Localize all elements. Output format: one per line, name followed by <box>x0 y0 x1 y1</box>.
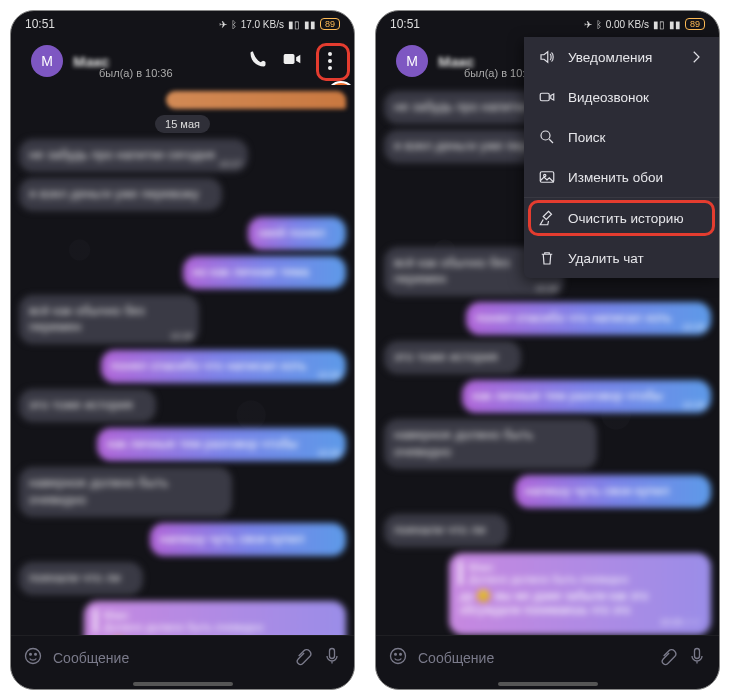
svg-point-9 <box>391 648 406 663</box>
menu-item-label: Очистить историю <box>568 211 684 226</box>
svg-rect-12 <box>695 648 700 658</box>
bluetooth-icon: ᛒ <box>596 19 602 30</box>
svg-point-2 <box>30 653 32 655</box>
message-bubble-out[interactable]: окей понял <box>248 217 346 250</box>
menu-item-label: Удалить чат <box>568 251 644 266</box>
svg-point-1 <box>26 648 41 663</box>
chat-header: M Макс был(а) в 10:36 1 <box>11 37 354 85</box>
message-bubble-out[interactable]: но как личная тема <box>183 256 347 289</box>
menu-item-wallpaper[interactable]: Изменить обои <box>524 157 719 197</box>
message-bubble-out[interactable]: понял спасибо что написал хоть10:28 <box>466 302 711 335</box>
last-seen: был(а) в 10:36 <box>99 67 173 79</box>
menu-item-label: Уведомления <box>568 50 652 65</box>
message-bubble-in[interactable]: наверное должно быть очевидно <box>384 419 597 469</box>
chat-area[interactable]: 15 мая не забудь про напитки сегодня10:2… <box>11 85 354 635</box>
message-bubble-out[interactable]: понял спасибо что написал хоть10:28 <box>101 350 346 383</box>
menu-item-videocall[interactable]: Видеозвонок <box>524 77 719 117</box>
message-bubble-in[interactable]: поехали что ли <box>384 514 508 547</box>
net-speed: 0.00 KB/s <box>606 19 649 30</box>
battery-indicator: 89 <box>320 18 340 30</box>
net-speed: 17.0 KB/s <box>241 19 284 30</box>
date-separator: 15 мая <box>155 115 210 133</box>
message-bubble-in[interactable]: поехали что ли <box>19 562 143 595</box>
message-bubble-out[interactable]: напишу чуть свои купил <box>515 475 711 508</box>
phone-screenshot-right: 10:51 ✈ ᛒ 0.00 KB/s ▮▯ ▮▮ 89 M Макс был(… <box>375 10 720 690</box>
quoted-reply-bubble[interactable]: МаксДолжно должно быть очевидно да 😊 мы … <box>449 553 711 635</box>
message-bubble-in[interactable]: всё как обычно без перемен10:28 <box>19 295 199 345</box>
menu-item-label: Поиск <box>568 130 605 145</box>
status-time: 10:51 <box>25 17 55 31</box>
svg-rect-5 <box>540 93 549 101</box>
context-menu: Уведомления Видеозвонок Поиск Изменить о… <box>524 37 719 278</box>
message-input[interactable]: Сообщение <box>53 650 282 666</box>
svg-point-3 <box>35 653 37 655</box>
more-vert-icon <box>328 52 332 70</box>
airplane-icon: ✈ <box>219 19 227 30</box>
message-bubble-in[interactable]: не забудь про напитки сегодня10:27 <box>19 139 248 172</box>
battery-indicator: 89 <box>685 18 705 30</box>
more-options-button[interactable] <box>316 45 344 77</box>
status-time: 10:51 <box>390 17 420 31</box>
image-icon <box>538 168 556 186</box>
message-bubble-in[interactable]: наверное должно быть очевидно <box>19 467 232 517</box>
attach-button[interactable] <box>292 646 312 670</box>
message-bubble-in[interactable]: это тоже история <box>19 389 156 422</box>
avatar[interactable]: M <box>31 45 63 77</box>
message-bubble-out[interactable]: напишу чуть свои купил <box>150 523 346 556</box>
attach-button[interactable] <box>657 646 677 670</box>
message-composer: Сообщение <box>376 635 719 679</box>
trash-icon <box>538 249 556 267</box>
phone-screenshot-left: 10:51 ✈ ᛒ 17.0 KB/s ▮▯ ▮▮ 89 M Макс был(… <box>10 10 355 690</box>
avatar[interactable]: M <box>396 45 428 77</box>
status-right: ✈ ᛒ 0.00 KB/s ▮▯ ▮▮ 89 <box>584 18 705 30</box>
signal-icon-2: ▮▮ <box>669 19 681 30</box>
menu-item-notifications[interactable]: Уведомления <box>524 37 719 77</box>
video-icon <box>538 88 556 106</box>
signal-icon-2: ▮▮ <box>304 19 316 30</box>
message-bubble-in[interactable]: это тоже история <box>384 341 521 374</box>
call-button[interactable] <box>248 49 268 73</box>
message-bubble-out[interactable]: как личные тем разговор чтобы10:28 <box>462 380 711 413</box>
signal-icon: ▮▯ <box>288 19 300 30</box>
chevron-right-icon <box>687 48 705 66</box>
quoted-reply-bubble[interactable]: МаксДолжно должно быть очевидно да 😊 мы … <box>84 601 346 635</box>
emoji-button[interactable] <box>388 646 408 670</box>
search-icon <box>538 128 556 146</box>
message-input[interactable]: Сообщение <box>418 650 647 666</box>
message-bubble-out[interactable]: как личные тем разговор чтобы10:28 <box>97 428 346 461</box>
airplane-icon: ✈ <box>584 19 592 30</box>
bluetooth-icon: ᛒ <box>231 19 237 30</box>
message-bubble-in[interactable]: я взял деньги уже перевожу <box>19 178 222 211</box>
broom-icon <box>538 209 556 227</box>
message-composer: Сообщение <box>11 635 354 679</box>
svg-rect-0 <box>284 54 295 64</box>
menu-item-label: Изменить обои <box>568 170 663 185</box>
header-actions <box>248 45 344 77</box>
svg-point-10 <box>395 653 397 655</box>
menu-item-search[interactable]: Поиск <box>524 117 719 157</box>
message-bubble[interactable] <box>166 91 346 109</box>
mic-button[interactable] <box>687 646 707 670</box>
gesture-bar <box>11 679 354 689</box>
menu-item-delete-chat[interactable]: Удалить чат <box>524 238 719 278</box>
menu-item-clear-history[interactable]: Очистить историю <box>524 198 719 238</box>
mic-button[interactable] <box>322 646 342 670</box>
emoji-button[interactable] <box>23 646 43 670</box>
signal-icon: ▮▯ <box>653 19 665 30</box>
svg-rect-4 <box>330 648 335 658</box>
speaker-icon <box>538 48 556 66</box>
gesture-bar <box>376 679 719 689</box>
svg-point-6 <box>541 131 550 140</box>
status-bar: 10:51 ✈ ᛒ 0.00 KB/s ▮▯ ▮▮ 89 <box>376 11 719 37</box>
video-call-button[interactable] <box>282 49 302 73</box>
status-right: ✈ ᛒ 17.0 KB/s ▮▯ ▮▮ 89 <box>219 18 340 30</box>
menu-item-label: Видеозвонок <box>568 90 649 105</box>
svg-point-11 <box>400 653 402 655</box>
status-bar: 10:51 ✈ ᛒ 17.0 KB/s ▮▯ ▮▮ 89 <box>11 11 354 37</box>
